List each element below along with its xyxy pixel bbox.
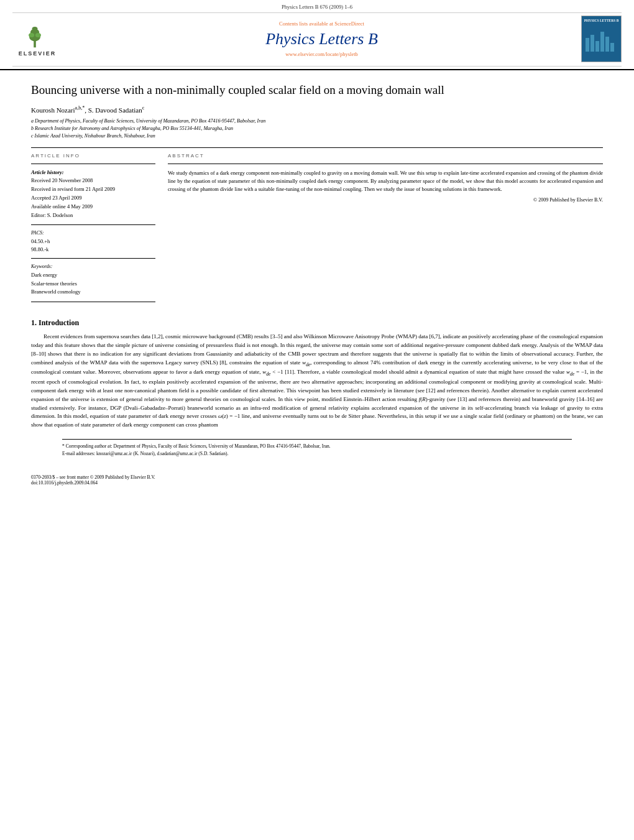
abstract-label: ABSTRACT: [168, 153, 603, 159]
elsevier-logo: ELSEVIER: [12, 21, 62, 57]
pacs-value-1: 04.50.+h 98.80.-k: [31, 238, 155, 254]
divider-article-info: [31, 164, 155, 164]
authors-line: Kourosh Nozaria,b,*, S. Davood Sadatianc: [31, 106, 603, 114]
journal-title: Physics Letters B: [62, 29, 581, 48]
article-title: Bouncing universe with a non-minimally c…: [31, 83, 603, 98]
keyword-1: Dark energy: [31, 271, 155, 280]
science-direct-link-text[interactable]: ScienceDirect: [334, 21, 364, 27]
keyword-2: Scalar-tensor theories: [31, 280, 155, 288]
page-container: Physics Letters B 676 (2009) 1–6 ELSEVIE…: [0, 0, 634, 840]
keywords-label: Keywords:: [31, 264, 155, 269]
cover-inner: PHYSICS LETTERS B: [582, 16, 621, 62]
svg-rect-8: [595, 41, 599, 52]
history-label: Article history:: [31, 169, 155, 175]
divider-bottom-info: [31, 302, 155, 302]
elsevier-label: ELSEVIER: [19, 50, 57, 57]
journal-branding: ELSEVIER Contents lists available at Sci…: [12, 12, 622, 67]
elsevier-tree-icon: [24, 21, 52, 49]
keywords-list: Dark energy Scalar-tensor theories Brane…: [31, 271, 155, 297]
keywords-block: Keywords: Dark energy Scalar-tensor theo…: [31, 264, 155, 297]
article-info-label: ARTICLE INFO: [31, 153, 155, 159]
journal-center: Contents lists available at ScienceDirec…: [62, 21, 581, 57]
affiliation-b: b Research Institute for Astronomy and A…: [31, 125, 603, 132]
received-revised-date: Received in revised form 21 April 2009: [31, 186, 155, 193]
pacs-label: PACS:: [31, 230, 155, 236]
article-content: Bouncing universe with a non-minimally c…: [0, 70, 634, 469]
email-footnote: E-mail addresses: knozari@umz.ac.ir (K. …: [62, 450, 572, 457]
accepted-date: Accepted 23 April 2009: [31, 195, 155, 202]
pacs-block: PACS: 04.50.+h 98.80.-k: [31, 230, 155, 254]
journal-header: Physics Letters B 676 (2009) 1–6 ELSEVIE…: [0, 0, 634, 70]
abstract-column: ABSTRACT We study dynamics of a dark ene…: [168, 153, 603, 307]
introduction-heading: 1. Introduction: [31, 318, 603, 328]
svg-point-5: [35, 33, 40, 37]
svg-rect-11: [610, 43, 614, 52]
svg-rect-0: [34, 41, 36, 48]
cover-title: PHYSICS LETTERS B: [584, 19, 619, 23]
svg-rect-7: [590, 35, 594, 52]
divider-keywords: [31, 258, 155, 259]
received-date: Received 20 November 2008: [31, 177, 155, 185]
journal-cover-thumbnail: PHYSICS LETTERS B: [581, 16, 622, 62]
corresponding-author-footnote: * Corresponding author at: Department of…: [62, 443, 572, 450]
doi-text: doi:10.1016/j.physletb.2009.04.064: [31, 480, 155, 486]
svg-point-3: [32, 27, 37, 31]
authors-text: Kourosh Nozaria,b,*, S. Davood Sadatianc: [31, 106, 144, 114]
footnotes-area: * Corresponding author at: Department of…: [62, 439, 572, 457]
article-info-column: ARTICLE INFO Article history: Received 2…: [31, 153, 155, 307]
footer-bottom: 0370-2693/$ – see front matter © 2009 Pu…: [0, 474, 634, 486]
journal-reference: Physics Letters B 676 (2009) 1–6: [282, 4, 352, 10]
introduction-paragraph: Recent evidences from supernova searches…: [31, 333, 603, 430]
svg-point-4: [29, 33, 34, 37]
svg-rect-10: [605, 37, 609, 52]
issn-text: 0370-2693/$ – see front matter © 2009 Pu…: [31, 474, 155, 486]
svg-rect-6: [586, 38, 589, 52]
science-direct-line: Contents lists available at ScienceDirec…: [62, 21, 581, 27]
divider-pacs: [31, 224, 155, 225]
copyright-line: © 2009 Published by Elsevier B.V.: [168, 197, 603, 203]
abstract-text: We study dynamics of a dark energy compo…: [168, 169, 603, 193]
affiliations: a Department of Physics, Faculty of Basi…: [31, 118, 603, 140]
divider-abstract: [168, 164, 603, 164]
journal-top-bar: Physics Letters B 676 (2009) 1–6: [12, 4, 622, 10]
svg-rect-9: [600, 32, 604, 52]
article-history-block: Article history: Received 20 November 20…: [31, 169, 155, 219]
keyword-3: Braneworld cosmology: [31, 288, 155, 297]
divider-after-affiliations: [31, 147, 603, 148]
affiliation-c: c Islamic Azad University, Nishabour Bra…: [31, 132, 603, 140]
cover-chart-icon: [584, 25, 618, 53]
article-info-abstract-columns: ARTICLE INFO Article history: Received 2…: [31, 153, 603, 307]
available-online-date: Available online 4 May 2009: [31, 203, 155, 211]
journal-url[interactable]: www.elsevier.com/locate/physletb: [62, 51, 581, 57]
editor-name: Editor: S. Dodelson: [31, 212, 155, 219]
affiliation-a: a Department of Physics, Faculty of Basi…: [31, 118, 603, 125]
